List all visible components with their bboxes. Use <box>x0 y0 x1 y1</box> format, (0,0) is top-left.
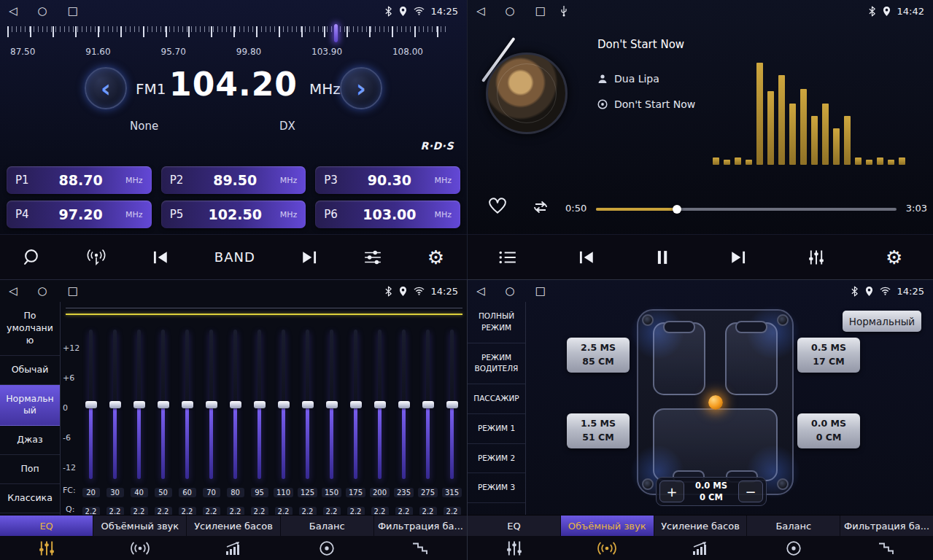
position-mode-2[interactable]: РЕЖИМ ВОДИТЕЛЯ <box>468 343 525 385</box>
position-preset-button[interactable]: Нормальный <box>843 311 921 332</box>
next-track-button[interactable] <box>729 250 747 265</box>
scan-button[interactable] <box>23 248 41 266</box>
tab-2[interactable]: Объёмный звук <box>561 516 654 536</box>
eq-band-slider[interactable] <box>368 330 392 479</box>
tab-4[interactable]: Баланс <box>281 516 374 536</box>
slider-handle[interactable] <box>230 401 241 408</box>
position-mode-3[interactable]: ПАССАЖИР <box>468 384 525 414</box>
nav-home-icon[interactable]: ○ <box>38 286 47 297</box>
eq-preset-3[interactable]: Нормальный <box>0 385 60 427</box>
eq-preset-6[interactable]: Классика <box>0 484 60 513</box>
preset-P4[interactable]: P497.20MHz <box>7 201 152 228</box>
tuner-eq-button[interactable] <box>363 249 382 265</box>
slider-handle[interactable] <box>422 401 434 408</box>
eq-preset-1[interactable]: По умолчанию <box>0 302 60 356</box>
slider-handle[interactable] <box>446 401 458 408</box>
bass-boost-tab-button[interactable] <box>187 536 280 560</box>
prev-track-button[interactable] <box>578 250 595 265</box>
tab-1[interactable]: EQ <box>468 516 561 536</box>
slider-handle[interactable] <box>85 401 97 408</box>
tab-2[interactable]: Объёмный звук <box>93 516 187 536</box>
listening-position-marker[interactable] <box>708 395 723 410</box>
pause-button[interactable] <box>656 250 669 265</box>
slider-handle[interactable] <box>374 401 386 408</box>
slider-handle[interactable] <box>278 401 290 408</box>
surround-tab-button[interactable] <box>561 536 654 560</box>
band-button[interactable]: BAND <box>214 249 255 265</box>
next-station-button[interactable] <box>301 250 318 265</box>
settings-button[interactable]: ⚙ <box>427 248 444 267</box>
slider-handle[interactable] <box>182 401 193 408</box>
nav-home-icon[interactable]: ○ <box>38 6 47 17</box>
progress-bar[interactable] <box>596 204 897 214</box>
progress-thumb[interactable] <box>673 205 681 214</box>
position-mode-5[interactable]: РЕЖИМ 2 <box>468 444 525 474</box>
nav-recents-icon[interactable]: □ <box>535 286 546 297</box>
eq-band-slider[interactable] <box>392 330 416 479</box>
filter-tab-button[interactable] <box>840 536 933 560</box>
equalizer-button[interactable] <box>808 249 825 266</box>
frequency-ruler[interactable] <box>7 26 449 42</box>
prev-station-button[interactable] <box>152 250 169 265</box>
nav-recents-icon[interactable]: □ <box>68 286 78 297</box>
nav-home-icon[interactable]: ○ <box>506 6 515 17</box>
eq-band-slider[interactable] <box>223 330 247 479</box>
eq-tab-button[interactable] <box>0 536 93 560</box>
nav-back-icon[interactable]: ◁ <box>476 286 485 297</box>
bass-boost-tab-button[interactable] <box>654 536 747 560</box>
tune-up-button[interactable]: › <box>340 67 382 109</box>
position-mode-1[interactable]: ПОЛНЫЙ РЕЖИМ <box>468 302 525 343</box>
aps-button[interactable] <box>86 249 107 266</box>
frequency-pointer[interactable] <box>334 24 338 42</box>
position-mode-6[interactable]: РЕЖИМ 3 <box>468 473 525 503</box>
eq-preset-2[interactable]: Обычай <box>0 356 60 385</box>
eq-band-slider[interactable] <box>440 330 464 479</box>
eq-preset-5[interactable]: Поп <box>0 455 60 484</box>
eq-band-slider[interactable] <box>295 330 320 479</box>
album-art[interactable] <box>486 52 568 134</box>
tab-3[interactable]: Усиление басов <box>654 516 748 536</box>
slider-handle[interactable] <box>302 401 314 408</box>
preset-P5[interactable]: P5102.50MHz <box>161 201 306 228</box>
settings-button[interactable]: ⚙ <box>886 248 902 267</box>
slider-handle[interactable] <box>398 401 410 408</box>
decrease-delay-button[interactable]: − <box>738 481 763 502</box>
car-diagram[interactable] <box>637 309 794 495</box>
nav-back-icon[interactable]: ◁ <box>9 6 18 17</box>
eq-band-slider[interactable] <box>199 330 223 479</box>
nav-recents-icon[interactable]: □ <box>535 6 546 17</box>
balance-tab-button[interactable] <box>747 536 840 560</box>
eq-band-slider[interactable] <box>127 330 151 479</box>
eq-band-slider[interactable] <box>247 330 271 479</box>
preset-P2[interactable]: P289.50MHz <box>161 166 306 194</box>
repeat-button[interactable] <box>530 200 551 217</box>
slider-handle[interactable] <box>206 401 217 408</box>
position-mode-4[interactable]: РЕЖИМ 1 <box>468 414 525 444</box>
nav-home-icon[interactable]: ○ <box>506 286 515 297</box>
filter-tab-button[interactable] <box>373 536 467 560</box>
slider-handle[interactable] <box>350 401 362 408</box>
favorite-button[interactable] <box>488 197 507 217</box>
eq-band-slider[interactable] <box>344 330 368 479</box>
nav-recents-icon[interactable]: □ <box>68 6 78 17</box>
tab-1[interactable]: EQ <box>0 516 93 536</box>
eq-band-slider[interactable] <box>103 330 127 479</box>
eq-band-slider[interactable] <box>271 330 295 479</box>
tab-3[interactable]: Усиление басов <box>187 516 280 536</box>
slider-handle[interactable] <box>158 401 169 408</box>
slider-handle[interactable] <box>109 401 121 408</box>
eq-band-slider[interactable] <box>416 330 440 479</box>
tab-5[interactable]: Фильтрация ба... <box>840 516 933 536</box>
increase-delay-button[interactable]: + <box>659 481 684 502</box>
tab-4[interactable]: Баланс <box>747 516 840 536</box>
preset-P3[interactable]: P390.30MHz <box>315 166 460 194</box>
playlist-button[interactable] <box>498 250 517 265</box>
eq-band-slider[interactable] <box>151 330 175 479</box>
preset-P1[interactable]: P188.70MHz <box>7 166 152 194</box>
nav-back-icon[interactable]: ◁ <box>476 6 485 17</box>
nav-back-icon[interactable]: ◁ <box>9 286 18 297</box>
surround-tab-button[interactable] <box>93 536 187 560</box>
slider-handle[interactable] <box>254 401 266 408</box>
eq-band-slider[interactable] <box>175 330 199 479</box>
eq-preset-4[interactable]: Джаз <box>0 426 60 455</box>
